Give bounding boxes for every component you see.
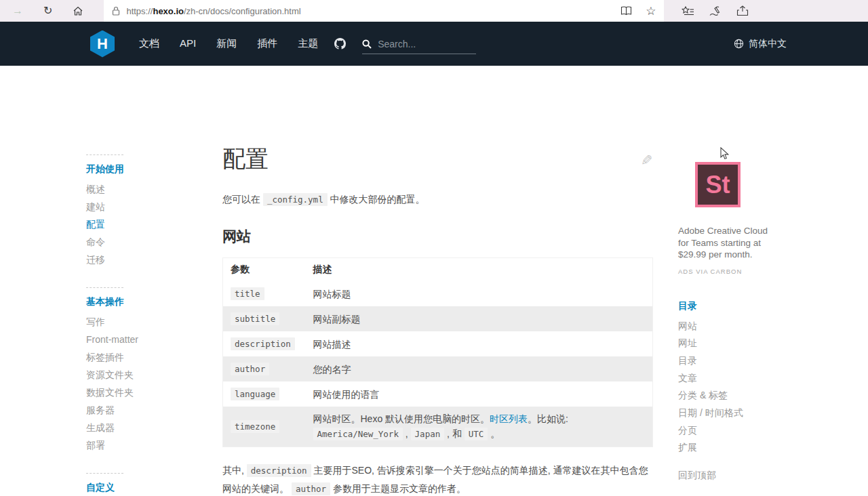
section-divider xyxy=(86,154,123,155)
nav-api[interactable]: API xyxy=(180,37,196,50)
table-row: description 网站描述 xyxy=(223,331,653,356)
toc-item: 文章 xyxy=(678,370,795,388)
param-code: author xyxy=(231,363,269,375)
ad-attribution[interactable]: ADS VIA CARBON xyxy=(678,268,795,275)
reading-view-icon[interactable] xyxy=(620,6,632,16)
toc-link-extensions[interactable]: 扩展 xyxy=(678,442,697,453)
back-to-top-link[interactable]: 回到顶部 xyxy=(678,470,716,482)
sidebar-link[interactable]: 服务器 xyxy=(86,405,115,415)
sidebar-link[interactable]: 资源文件夹 xyxy=(86,369,134,380)
lock-icon xyxy=(112,6,120,16)
sidebar-link-active[interactable]: 配置 xyxy=(86,219,105,230)
right-sidebar: St Adobe Creative Cloud for Teams starti… xyxy=(678,146,795,482)
toc-link-writing[interactable]: 文章 xyxy=(678,373,697,384)
timezone-example-code: America/New_York xyxy=(313,428,403,440)
refresh-icon[interactable]: ↻ xyxy=(43,5,52,16)
sidebar-section-title: 开始使用 xyxy=(86,162,212,175)
toolbar-right-icons xyxy=(664,0,749,22)
forward-icon[interactable]: → xyxy=(12,5,23,16)
sidebar-item-commands: 命令 xyxy=(86,233,212,251)
nav-buttons: → ↻ xyxy=(0,0,104,22)
table-row: language 网站使用的语言 xyxy=(223,381,653,407)
address-bar[interactable]: https://hexo.io/zh-cn/docs/configuration… xyxy=(104,0,664,22)
toc-link-category-tag[interactable]: 分类 & 标签 xyxy=(678,390,728,400)
share-icon[interactable] xyxy=(736,5,749,16)
timezone-desc: 网站时区。Hexo 默认使用您电脑的时区。时区列表。比如说: America/N… xyxy=(306,407,653,447)
toc-item: 分类 & 标签 xyxy=(678,387,795,405)
param-code: description xyxy=(231,337,295,350)
sidebar-section-customization: 自定义 永久链接 主题 模版 变量 xyxy=(86,473,212,496)
content: 开始使用 概述 建站 配置 命令 迁移 基本操作 写作 Front-matter… xyxy=(0,66,868,496)
sidebar-item-setup: 建站 xyxy=(86,198,212,215)
search-input[interactable] xyxy=(378,39,459,49)
toc-link-site[interactable]: 网站 xyxy=(678,321,697,331)
web-notes-pen-icon[interactable] xyxy=(709,6,722,16)
toc-link-date-format[interactable]: 日期 / 时间格式 xyxy=(678,407,743,418)
nav-themes[interactable]: 主题 xyxy=(298,37,318,50)
sidebar-item-deployment: 部署 xyxy=(86,436,212,454)
globe-icon xyxy=(734,39,744,49)
sidebar-item-front-matter: Front-matter xyxy=(86,331,212,348)
intro-paragraph: 您可以在 _config.yml 中修改大部份的配置。 xyxy=(222,190,653,209)
param-desc: 您的名字 xyxy=(306,356,653,381)
timezone-example-code: UTC xyxy=(465,428,488,440)
sidebar-link[interactable]: 数据文件夹 xyxy=(86,387,134,398)
page-title: 配置 xyxy=(222,143,269,174)
sidebar-section-title: 基本操作 xyxy=(86,295,212,308)
toc-item: 扩展 xyxy=(678,439,795,457)
sidebar-item-generating: 生成器 xyxy=(86,419,212,436)
toc-link-pagination[interactable]: 分页 xyxy=(678,425,697,436)
sidebar-link[interactable]: 迁移 xyxy=(86,254,105,265)
sidebar-link[interactable]: 建站 xyxy=(86,201,105,212)
toc-item: 分页 xyxy=(678,422,795,440)
table-header-row: 参数 描述 xyxy=(223,258,653,282)
site-header: H 文档 API 新闻 插件 主题 xyxy=(0,22,868,66)
param-code: subtitle xyxy=(231,312,279,325)
sidebar: 开始使用 概述 建站 配置 命令 迁移 基本操作 写作 Front-matter… xyxy=(86,154,212,496)
github-icon[interactable] xyxy=(334,38,346,49)
home-icon[interactable] xyxy=(73,5,83,16)
add-favorite-star-icon[interactable]: ☆ xyxy=(646,5,656,17)
sidebar-section-getting-started: 开始使用 概述 建站 配置 命令 迁移 xyxy=(86,154,212,268)
table-of-contents: 目录 网站 网址 目录 文章 分类 & 标签 日期 / 时间格式 分页 扩展 回… xyxy=(678,300,795,482)
nav-docs[interactable]: 文档 xyxy=(139,37,159,50)
sidebar-link[interactable]: 标签插件 xyxy=(86,352,124,363)
timezone-list-link[interactable]: 时区列表 xyxy=(490,413,528,424)
param-code: language xyxy=(231,388,279,400)
site-settings-table: 参数 描述 title 网站标题 subtitle 网站副标题 descript… xyxy=(222,257,653,447)
param-desc: 网站使用的语言 xyxy=(306,381,653,407)
sidebar-item-server: 服务器 xyxy=(86,401,212,419)
table-row-timezone: timezone 网站时区。Hexo 默认使用您电脑的时区。时区列表。比如说: … xyxy=(223,407,653,447)
article: 配置 ✎ 您可以在 _config.yml 中修改大部份的配置。 网站 参数 描… xyxy=(222,143,653,496)
sidebar-link[interactable]: 生成器 xyxy=(86,422,115,433)
param-desc: 网站副标题 xyxy=(306,306,653,331)
toc-item: 目录 xyxy=(678,352,795,370)
sidebar-link[interactable]: 写作 xyxy=(86,316,105,327)
nav-news[interactable]: 新闻 xyxy=(216,37,237,50)
ad-text[interactable]: Adobe Creative Cloud for Teams starting … xyxy=(678,225,795,261)
sidebar-link[interactable]: 部署 xyxy=(86,440,105,451)
param-code: timezone xyxy=(231,420,279,433)
adobe-stock-ad-logo[interactable]: St xyxy=(695,162,741,207)
nav-plugins[interactable]: 插件 xyxy=(257,37,277,50)
sidebar-link[interactable]: 命令 xyxy=(86,236,105,247)
sidebar-item-data-files: 数据文件夹 xyxy=(86,384,212,401)
col-header-param: 参数 xyxy=(223,258,306,282)
section-heading-site: 网站 xyxy=(222,227,653,246)
sidebar-link[interactable]: Front-matter xyxy=(86,334,138,345)
sidebar-link[interactable]: 概述 xyxy=(86,184,105,194)
mouse-cursor xyxy=(720,147,729,160)
edit-pencil-icon[interactable]: ✎ xyxy=(641,152,653,169)
sidebar-section-basics: 基本操作 写作 Front-matter 标签插件 资源文件夹 数据文件夹 服务… xyxy=(86,287,212,454)
param-desc: 网站标题 xyxy=(306,281,653,306)
language-selector[interactable]: 简体中文 xyxy=(734,38,787,50)
config-yml-code: _config.yml xyxy=(263,193,328,206)
toc-link-directory[interactable]: 目录 xyxy=(678,355,697,366)
hexo-logo[interactable]: H xyxy=(90,30,115,58)
toc-item: 网站 xyxy=(678,318,795,335)
param-desc: 网站描述 xyxy=(306,331,653,356)
favorites-hub-icon[interactable] xyxy=(682,6,694,16)
sidebar-item-writing: 写作 xyxy=(86,313,212,331)
table-row: subtitle 网站副标题 xyxy=(223,306,653,331)
toc-link-url[interactable]: 网址 xyxy=(678,337,697,348)
